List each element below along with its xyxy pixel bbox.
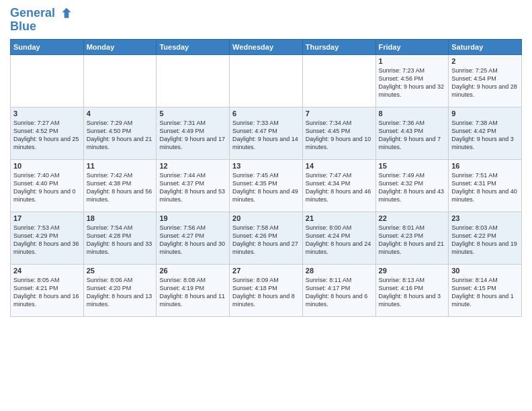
- day-cell: 30Sunrise: 8:14 AMSunset: 4:15 PMDayligh…: [449, 265, 522, 317]
- day-cell: 15Sunrise: 7:49 AMSunset: 4:32 PMDayligh…: [375, 160, 449, 212]
- day-info: Sunrise: 8:09 AMSunset: 4:18 PMDaylight:…: [232, 276, 300, 309]
- day-info: Sunrise: 7:53 AMSunset: 4:29 PMDaylight:…: [13, 224, 81, 257]
- header-row: SundayMondayTuesdayWednesdayThursdayFrid…: [11, 40, 522, 55]
- day-number: 28: [306, 267, 373, 275]
- day-info: Sunrise: 8:00 AMSunset: 4:24 PMDaylight:…: [306, 224, 373, 257]
- week-row-2: 3Sunrise: 7:27 AMSunset: 4:52 PMDaylight…: [11, 107, 522, 160]
- header-cell-thursday: Thursday: [302, 40, 375, 55]
- header-cell-tuesday: Tuesday: [157, 40, 230, 55]
- day-number: 26: [159, 267, 226, 275]
- day-cell: 17Sunrise: 7:53 AMSunset: 4:29 PMDayligh…: [11, 212, 84, 265]
- day-info: Sunrise: 7:51 AMSunset: 4:31 PMDaylight:…: [451, 171, 519, 204]
- day-number: 16: [451, 162, 519, 170]
- day-info: Sunrise: 8:08 AMSunset: 4:19 PMDaylight:…: [159, 276, 226, 309]
- day-cell: [157, 55, 230, 107]
- week-row-3: 10Sunrise: 7:40 AMSunset: 4:40 PMDayligh…: [11, 160, 522, 212]
- week-row-4: 17Sunrise: 7:53 AMSunset: 4:29 PMDayligh…: [11, 212, 522, 265]
- day-info: Sunrise: 7:44 AMSunset: 4:37 PMDaylight:…: [159, 171, 226, 204]
- day-cell: [230, 55, 303, 107]
- day-info: Sunrise: 7:42 AMSunset: 4:38 PMDaylight:…: [87, 171, 154, 204]
- day-info: Sunrise: 8:01 AMSunset: 4:23 PMDaylight:…: [379, 224, 446, 257]
- day-cell: 7Sunrise: 7:34 AMSunset: 4:45 PMDaylight…: [302, 107, 375, 160]
- day-cell: 27Sunrise: 8:09 AMSunset: 4:18 PMDayligh…: [230, 265, 303, 317]
- day-cell: 18Sunrise: 7:54 AMSunset: 4:28 PMDayligh…: [83, 212, 157, 265]
- day-info: Sunrise: 7:49 AMSunset: 4:32 PMDaylight:…: [379, 171, 446, 204]
- day-cell: 6Sunrise: 7:33 AMSunset: 4:47 PMDaylight…: [230, 107, 303, 160]
- header-cell-monday: Monday: [83, 40, 157, 55]
- day-info: Sunrise: 7:23 AMSunset: 4:56 PMDaylight:…: [379, 66, 446, 99]
- day-number: 3: [13, 109, 81, 118]
- day-cell: 3Sunrise: 7:27 AMSunset: 4:52 PMDaylight…: [11, 107, 84, 160]
- header-cell-wednesday: Wednesday: [230, 40, 303, 55]
- calendar-body: 1Sunrise: 7:23 AMSunset: 4:56 PMDaylight…: [11, 55, 522, 317]
- day-cell: 21Sunrise: 8:00 AMSunset: 4:24 PMDayligh…: [302, 212, 375, 265]
- day-number: 20: [232, 214, 300, 222]
- day-cell: 16Sunrise: 7:51 AMSunset: 4:31 PMDayligh…: [449, 160, 522, 212]
- day-cell: 24Sunrise: 8:05 AMSunset: 4:21 PMDayligh…: [11, 265, 84, 317]
- day-number: 8: [379, 109, 446, 118]
- day-info: Sunrise: 7:25 AMSunset: 4:54 PMDaylight:…: [451, 66, 519, 99]
- day-cell: 2Sunrise: 7:25 AMSunset: 4:54 PMDaylight…: [449, 55, 522, 107]
- logo-icon: [60, 7, 73, 20]
- day-info: Sunrise: 7:54 AMSunset: 4:28 PMDaylight:…: [87, 224, 154, 257]
- day-info: Sunrise: 7:38 AMSunset: 4:42 PMDaylight:…: [451, 119, 519, 152]
- day-info: Sunrise: 7:45 AMSunset: 4:35 PMDaylight:…: [232, 171, 300, 204]
- logo: General Blue: [10, 7, 73, 34]
- day-number: 21: [306, 214, 373, 222]
- day-number: 27: [232, 267, 300, 275]
- day-cell: 20Sunrise: 7:58 AMSunset: 4:26 PMDayligh…: [230, 212, 303, 265]
- logo-text-blue: Blue: [10, 20, 73, 34]
- day-info: Sunrise: 7:33 AMSunset: 4:47 PMDaylight:…: [232, 119, 300, 152]
- day-cell: 4Sunrise: 7:29 AMSunset: 4:50 PMDaylight…: [83, 107, 157, 160]
- day-number: 25: [87, 267, 154, 275]
- day-number: 22: [379, 214, 446, 222]
- day-cell: 9Sunrise: 7:38 AMSunset: 4:42 PMDaylight…: [449, 107, 522, 160]
- day-number: 1: [379, 57, 446, 65]
- day-info: Sunrise: 7:34 AMSunset: 4:45 PMDaylight:…: [306, 119, 373, 152]
- day-cell: [302, 55, 375, 107]
- header-cell-saturday: Saturday: [449, 40, 522, 55]
- day-number: 19: [159, 214, 226, 222]
- page-container: General Blue SundayMondayTuesdayWednesda…: [0, 0, 532, 324]
- day-info: Sunrise: 7:31 AMSunset: 4:49 PMDaylight:…: [159, 119, 226, 152]
- day-cell: 29Sunrise: 8:13 AMSunset: 4:16 PMDayligh…: [375, 265, 449, 317]
- day-number: 11: [87, 162, 154, 170]
- day-cell: 5Sunrise: 7:31 AMSunset: 4:49 PMDaylight…: [157, 107, 230, 160]
- day-info: Sunrise: 7:56 AMSunset: 4:27 PMDaylight:…: [159, 224, 226, 257]
- day-cell: 8Sunrise: 7:36 AMSunset: 4:43 PMDaylight…: [375, 107, 449, 160]
- day-info: Sunrise: 7:29 AMSunset: 4:50 PMDaylight:…: [87, 119, 154, 152]
- day-number: 2: [451, 57, 519, 65]
- day-number: 14: [306, 162, 373, 170]
- day-number: 29: [379, 267, 446, 275]
- header-cell-friday: Friday: [375, 40, 449, 55]
- day-number: 9: [451, 109, 519, 118]
- day-number: 6: [232, 109, 300, 118]
- calendar-table: SundayMondayTuesdayWednesdayThursdayFrid…: [10, 39, 522, 317]
- day-info: Sunrise: 7:27 AMSunset: 4:52 PMDaylight:…: [13, 119, 81, 152]
- day-number: 24: [13, 267, 81, 275]
- day-info: Sunrise: 8:03 AMSunset: 4:22 PMDaylight:…: [451, 224, 519, 257]
- day-number: 5: [159, 109, 226, 118]
- day-info: Sunrise: 8:13 AMSunset: 4:16 PMDaylight:…: [379, 276, 446, 309]
- day-cell: [11, 55, 84, 107]
- day-number: 18: [87, 214, 154, 222]
- week-row-1: 1Sunrise: 7:23 AMSunset: 4:56 PMDaylight…: [11, 55, 522, 107]
- day-info: Sunrise: 7:36 AMSunset: 4:43 PMDaylight:…: [379, 119, 446, 152]
- day-number: 13: [232, 162, 300, 170]
- day-cell: 23Sunrise: 8:03 AMSunset: 4:22 PMDayligh…: [449, 212, 522, 265]
- day-number: 30: [451, 267, 519, 275]
- logo-text: General: [10, 7, 73, 20]
- day-cell: 19Sunrise: 7:56 AMSunset: 4:27 PMDayligh…: [157, 212, 230, 265]
- header-cell-sunday: Sunday: [11, 40, 84, 55]
- day-cell: 11Sunrise: 7:42 AMSunset: 4:38 PMDayligh…: [83, 160, 157, 212]
- day-number: 23: [451, 214, 519, 222]
- day-cell: 10Sunrise: 7:40 AMSunset: 4:40 PMDayligh…: [11, 160, 84, 212]
- day-info: Sunrise: 7:58 AMSunset: 4:26 PMDaylight:…: [232, 224, 300, 257]
- day-cell: 22Sunrise: 8:01 AMSunset: 4:23 PMDayligh…: [375, 212, 449, 265]
- day-number: 15: [379, 162, 446, 170]
- calendar-header: SundayMondayTuesdayWednesdayThursdayFrid…: [11, 40, 522, 55]
- day-cell: 1Sunrise: 7:23 AMSunset: 4:56 PMDaylight…: [375, 55, 449, 107]
- day-number: 10: [13, 162, 81, 170]
- day-number: 17: [13, 214, 81, 222]
- day-cell: 12Sunrise: 7:44 AMSunset: 4:37 PMDayligh…: [157, 160, 230, 212]
